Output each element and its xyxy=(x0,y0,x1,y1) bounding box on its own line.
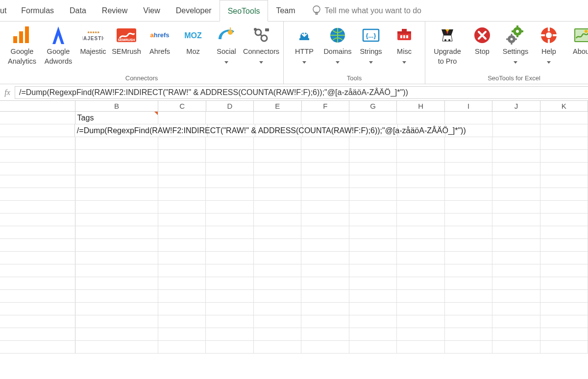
row-header[interactable] xyxy=(0,239,75,251)
cell-D11[interactable] xyxy=(206,239,253,251)
row-header[interactable] xyxy=(0,137,75,149)
cell-F19[interactable] xyxy=(301,341,349,353)
row-header[interactable] xyxy=(0,112,75,124)
cell-I6[interactable] xyxy=(445,175,492,188)
cell-D16[interactable] xyxy=(206,303,253,315)
cell-C7[interactable] xyxy=(158,188,206,200)
cell-F1[interactable] xyxy=(301,112,349,124)
cell-K18[interactable] xyxy=(540,328,588,340)
cell-G7[interactable] xyxy=(349,188,397,200)
cell-C1[interactable] xyxy=(158,112,206,124)
row-header[interactable] xyxy=(0,252,75,264)
cell-F12[interactable] xyxy=(301,252,349,264)
cell-J2[interactable] xyxy=(493,124,540,137)
cell-B3[interactable] xyxy=(75,137,158,149)
cell-H6[interactable] xyxy=(397,175,444,188)
cell-F18[interactable] xyxy=(301,328,349,340)
cell-D10[interactable] xyxy=(206,226,253,238)
cell-E1[interactable] xyxy=(254,112,301,124)
cell-C5[interactable] xyxy=(158,163,206,175)
cell-K5[interactable] xyxy=(540,163,588,175)
cell-C9[interactable] xyxy=(158,213,206,226)
cell-K12[interactable] xyxy=(540,252,588,264)
tab-data[interactable]: Data xyxy=(62,0,94,22)
formula-input[interactable]: /=Dump(RegexpFind(RAW!F2:INDIRECT("RAW!"… xyxy=(15,86,588,99)
cell-H17[interactable] xyxy=(397,315,444,328)
cell-J18[interactable] xyxy=(492,328,540,340)
cell-D3[interactable] xyxy=(206,137,253,149)
cell-J17[interactable] xyxy=(492,315,540,328)
cell-H1[interactable] xyxy=(397,112,444,124)
col-header-B[interactable]: B xyxy=(75,101,158,111)
cell-J14[interactable] xyxy=(492,277,540,289)
cell-I9[interactable] xyxy=(445,213,492,226)
cell-I11[interactable] xyxy=(445,239,492,251)
cell-E16[interactable] xyxy=(254,303,301,315)
cell-B7[interactable] xyxy=(75,188,158,200)
cell-D8[interactable] xyxy=(206,201,253,213)
cell-J11[interactable] xyxy=(492,239,540,251)
upgrade-button[interactable]: Upgradeto Pro xyxy=(429,24,466,66)
cell-D1[interactable] xyxy=(206,112,253,124)
cell-H11[interactable] xyxy=(397,239,444,251)
cell-F4[interactable] xyxy=(301,150,349,162)
cell-I10[interactable] xyxy=(445,226,492,238)
google-analytics-button[interactable]: GoogleAnalytics xyxy=(4,24,40,66)
cell-E14[interactable] xyxy=(254,277,301,289)
cell-F7[interactable] xyxy=(301,188,349,200)
tab-view[interactable]: View xyxy=(135,0,168,22)
cell-H7[interactable] xyxy=(397,188,444,200)
help-button[interactable]: Help xyxy=(532,24,565,66)
cell-I19[interactable] xyxy=(445,341,492,353)
cell-B13[interactable] xyxy=(75,264,158,277)
row-header[interactable] xyxy=(0,226,75,238)
cell-E9[interactable] xyxy=(254,213,301,226)
cell-C12[interactable] xyxy=(158,252,206,264)
cell-D4[interactable] xyxy=(206,150,253,162)
cell-B16[interactable] xyxy=(75,303,158,315)
cell-G3[interactable] xyxy=(349,137,397,149)
col-header-G[interactable]: G xyxy=(349,101,397,111)
col-header-H[interactable]: H xyxy=(397,101,444,111)
cell-F13[interactable] xyxy=(301,264,349,277)
cell-K2[interactable] xyxy=(540,124,588,137)
row-header[interactable] xyxy=(0,213,75,226)
cell-G12[interactable] xyxy=(349,252,397,264)
cell-C18[interactable] xyxy=(158,328,206,340)
cell-E13[interactable] xyxy=(254,264,301,277)
cell-D15[interactable] xyxy=(206,290,253,302)
col-header-D[interactable]: D xyxy=(206,101,254,111)
cell-K10[interactable] xyxy=(540,226,588,238)
cell-E11[interactable] xyxy=(254,239,301,251)
col-header-E[interactable]: E xyxy=(254,101,301,111)
cell-F6[interactable] xyxy=(301,175,349,188)
row-header[interactable] xyxy=(0,303,75,315)
cell-H4[interactable] xyxy=(397,150,444,162)
cell-I16[interactable] xyxy=(445,303,492,315)
cell-I15[interactable] xyxy=(445,290,492,302)
cell-H8[interactable] xyxy=(397,201,444,213)
tell-me-search[interactable]: Tell me what you want to do xyxy=(312,5,421,16)
row-header[interactable] xyxy=(0,175,75,188)
cell-J16[interactable] xyxy=(492,303,540,315)
cell-E3[interactable] xyxy=(254,137,301,149)
cell-I18[interactable] xyxy=(445,328,492,340)
cell-G5[interactable] xyxy=(349,163,397,175)
cell-H3[interactable] xyxy=(397,137,444,149)
misc-button[interactable]: Misc xyxy=(388,24,421,66)
cell-C13[interactable] xyxy=(158,264,206,277)
cell-C8[interactable] xyxy=(158,201,206,213)
col-header-J[interactable]: J xyxy=(492,101,540,111)
row-header[interactable] xyxy=(0,150,75,162)
cell-I7[interactable] xyxy=(445,188,492,200)
row-header[interactable] xyxy=(0,124,75,137)
cell-G15[interactable] xyxy=(349,290,397,302)
cell-E17[interactable] xyxy=(254,315,301,328)
cell-J8[interactable] xyxy=(492,201,540,213)
cell-G14[interactable] xyxy=(349,277,397,289)
cell-E8[interactable] xyxy=(254,201,301,213)
cell-B14[interactable] xyxy=(75,277,158,289)
cell-G17[interactable] xyxy=(349,315,397,328)
col-header-F[interactable]: F xyxy=(302,101,349,111)
cell-D14[interactable] xyxy=(206,277,253,289)
